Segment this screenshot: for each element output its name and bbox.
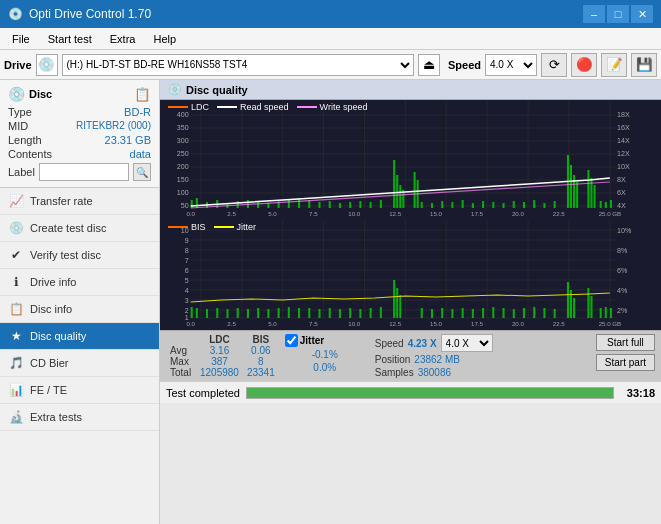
disc-length-row: Length 23.31 GB: [8, 134, 151, 146]
sidebar-item-extra-tests[interactable]: 🔬 Extra tests: [0, 404, 159, 431]
speed-dropdown[interactable]: 4.0 X: [441, 334, 493, 352]
svg-rect-81: [431, 203, 433, 208]
svg-rect-183: [523, 308, 525, 318]
sidebar-item-transfer-rate[interactable]: 📈 Transfer rate: [0, 188, 159, 215]
svg-rect-67: [570, 165, 572, 208]
disc-icon: 💿: [8, 86, 25, 102]
disc-contents-value: data: [130, 148, 151, 160]
drive-select[interactable]: (H:) HL-DT-ST BD-RE WH16NS58 TST4: [62, 54, 414, 76]
disc-info-icon: 📋: [8, 301, 24, 317]
svg-rect-0: [160, 100, 661, 220]
svg-rect-89: [513, 201, 515, 208]
svg-text:2.5: 2.5: [227, 211, 236, 217]
stats-avg-label: Avg: [166, 345, 196, 356]
right-panel: 💿 Disc quality LDC Read speed Write spee…: [160, 80, 661, 524]
samples-label: Samples: [375, 367, 414, 378]
svg-text:18X: 18X: [617, 111, 630, 118]
svg-rect-61: [396, 175, 398, 208]
svg-rect-75: [339, 203, 341, 208]
sidebar-item-disc-info[interactable]: 📋 Disc info: [0, 296, 159, 323]
svg-text:100: 100: [177, 189, 189, 196]
disc-quality-icon-header: 💿: [168, 83, 182, 96]
menu-help[interactable]: Help: [145, 31, 184, 47]
svg-text:12.5: 12.5: [389, 321, 402, 327]
svg-text:10.0: 10.0: [348, 211, 361, 217]
eject-button[interactable]: ⏏: [418, 54, 440, 76]
svg-rect-150: [237, 308, 239, 318]
svg-text:10X: 10X: [617, 163, 630, 170]
sidebar-item-verify-test-disc[interactable]: ✔ Verify test disc: [0, 242, 159, 269]
svg-rect-189: [610, 308, 612, 318]
disc-label-btn[interactable]: 🔍: [133, 163, 151, 181]
svg-rect-82: [441, 201, 443, 208]
drive-label-text: Drive: [4, 59, 32, 71]
svg-rect-152: [257, 308, 259, 318]
svg-text:14X: 14X: [617, 137, 630, 144]
start-full-button[interactable]: Start full: [596, 334, 655, 351]
menu-file[interactable]: File: [4, 31, 38, 47]
svg-text:50: 50: [181, 202, 189, 209]
toolbar-btn-3[interactable]: 📝: [601, 53, 627, 77]
sidebar-item-create-test-disc[interactable]: 💿 Create test disc: [0, 215, 159, 242]
bottom-chart: BIS Jitter: [160, 220, 661, 330]
bottom-chart-legend: BIS Jitter: [168, 222, 256, 232]
disc-label-input[interactable]: [39, 163, 129, 181]
menu-extra[interactable]: Extra: [102, 31, 144, 47]
title-bar: 💿 Opti Drive Control 1.70 – □ ✕: [0, 0, 661, 28]
close-button[interactable]: ✕: [631, 5, 653, 23]
svg-rect-153: [267, 309, 269, 318]
svg-rect-151: [247, 309, 249, 318]
svg-rect-175: [441, 308, 443, 318]
position-label: Position: [375, 354, 411, 365]
svg-text:250: 250: [177, 150, 189, 157]
toolbar-btn-2[interactable]: 🔴: [571, 53, 597, 77]
top-chart: LDC Read speed Write speed: [160, 100, 661, 220]
svg-rect-76: [349, 202, 351, 208]
speed-value: 4.23 X: [408, 338, 437, 349]
svg-rect-185: [543, 308, 545, 318]
svg-text:400: 400: [177, 111, 189, 118]
svg-rect-79: [380, 200, 382, 208]
drive-icon-button[interactable]: 💿: [36, 54, 58, 76]
maximize-button[interactable]: □: [607, 5, 629, 23]
stats-max-label: Max: [166, 356, 196, 367]
svg-rect-72: [594, 185, 596, 208]
minimize-button[interactable]: –: [583, 5, 605, 23]
sidebar-item-label: Disc info: [30, 303, 72, 315]
svg-text:5.0: 5.0: [268, 211, 277, 217]
disc-type-row: Type BD-R: [8, 106, 151, 118]
svg-text:0.0: 0.0: [186, 211, 195, 217]
samples-value: 380086: [418, 367, 451, 378]
toolbar-btn-1[interactable]: ⟳: [541, 53, 567, 77]
svg-text:10.0: 10.0: [348, 321, 361, 327]
svg-text:25.0 GB: 25.0 GB: [599, 211, 621, 217]
action-buttons: Start full Start part: [596, 334, 655, 371]
sidebar-item-disc-quality[interactable]: ★ Disc quality: [0, 323, 159, 350]
svg-rect-146: [196, 308, 198, 318]
main-content: 💿 Disc 📋 Type BD-R MID RITEKBR2 (000) Le…: [0, 80, 661, 524]
svg-text:17.5: 17.5: [471, 321, 484, 327]
sidebar-item-fe-te[interactable]: 📊 FE / TE: [0, 377, 159, 404]
sidebar-item-drive-info[interactable]: ℹ Drive info: [0, 269, 159, 296]
jitter-checkbox[interactable]: [285, 334, 298, 347]
speed-label: Speed: [375, 338, 404, 349]
svg-text:7.5: 7.5: [309, 321, 318, 327]
svg-rect-68: [573, 175, 575, 208]
svg-rect-74: [329, 201, 331, 208]
disc-contents-row: Contents data: [8, 148, 151, 160]
svg-text:16X: 16X: [617, 124, 630, 131]
svg-rect-84: [462, 200, 464, 208]
menu-start-test[interactable]: Start test: [40, 31, 100, 47]
sidebar-item-cd-bier[interactable]: 🎵 CD Bier: [0, 350, 159, 377]
toolbar-btn-4[interactable]: 💾: [631, 53, 657, 77]
position-row: Position 23862 MB: [375, 354, 493, 365]
svg-rect-168: [339, 309, 341, 318]
speed-select[interactable]: 4.0 X: [485, 54, 537, 76]
svg-rect-97: [160, 220, 661, 330]
svg-rect-64: [414, 172, 416, 208]
disc-action-btn[interactable]: 📋: [134, 87, 151, 102]
start-part-button[interactable]: Start part: [596, 354, 655, 371]
sidebar-item-label: Create test disc: [30, 222, 106, 234]
svg-text:20.0: 20.0: [512, 211, 525, 217]
verify-test-disc-icon: ✔: [8, 247, 24, 263]
